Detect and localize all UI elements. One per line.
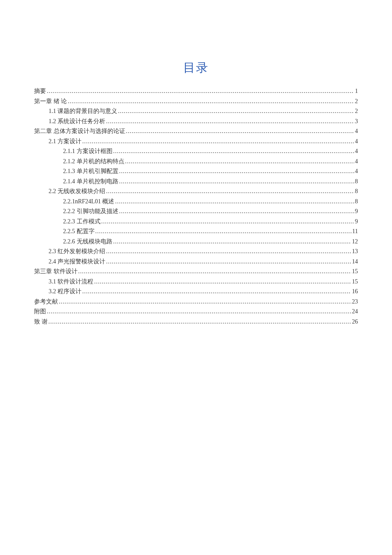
toc-leader-dots xyxy=(101,217,355,227)
toc-page-number: 24 xyxy=(352,306,358,317)
toc-label: 致 谢 xyxy=(34,317,48,327)
toc-leader-dots xyxy=(49,317,352,327)
toc-label: 第一章 绪 论 xyxy=(34,96,67,107)
toc-label: 2.3 红外发射模块介绍 xyxy=(49,246,105,257)
toc-page-number: 2 xyxy=(355,96,358,107)
toc-page-number: 4 xyxy=(355,126,358,136)
toc-entry: 1.1 课题的背景目的与意义2 xyxy=(34,106,358,116)
toc-leader-dots xyxy=(106,246,351,257)
toc-page-number: 11 xyxy=(352,226,358,237)
toc-label: 2.1 方案设计 xyxy=(49,136,81,147)
toc-page-number: 4 xyxy=(355,166,358,176)
toc-leader-dots xyxy=(119,176,355,187)
toc-entry: 附图24 xyxy=(34,306,358,317)
toc-entry: 1.2 系统设计任务分析3 xyxy=(34,116,358,127)
toc-leader-dots xyxy=(82,286,351,297)
toc-leader-dots xyxy=(106,116,354,127)
toc-label: 2.1.1 方案设计框图 xyxy=(63,146,112,156)
toc-label: 2.2.6 无线模块电路 xyxy=(63,237,112,247)
toc-page-number: 4 xyxy=(355,156,358,167)
toc-entry: 2.2.1nRF24L01 概述8 xyxy=(34,197,358,207)
toc-page-number: 14 xyxy=(352,257,358,267)
toc-label: 摘要 xyxy=(34,86,46,96)
toc-page-number: 3 xyxy=(355,116,358,127)
toc-entry: 2.2.5 配置字11 xyxy=(34,226,358,237)
toc-leader-dots xyxy=(106,186,354,197)
toc-leader-dots xyxy=(113,146,355,156)
toc-entry: 2.1.2 单片机的结构特点4 xyxy=(34,156,358,167)
table-of-contents: 摘要1第一章 绪 论21.1 课题的背景目的与意义21.2 系统设计任务分析3第… xyxy=(34,86,358,327)
toc-page-number: 9 xyxy=(355,217,358,227)
toc-label: 参考文献 xyxy=(34,297,58,307)
toc-entry: 2.4 声光报警模块设计14 xyxy=(34,257,358,267)
page-title: 目录 xyxy=(34,60,358,76)
toc-page-number: 15 xyxy=(352,277,358,287)
toc-page-number: 8 xyxy=(355,176,358,187)
toc-leader-dots xyxy=(119,166,355,176)
toc-page-number: 1 xyxy=(355,86,358,96)
toc-leader-dots xyxy=(95,226,352,237)
toc-page-number: 2 xyxy=(355,106,358,116)
toc-leader-dots xyxy=(106,257,351,267)
toc-entry: 2.1 方案设计4 xyxy=(34,136,358,147)
toc-page-number: 23 xyxy=(352,297,358,307)
toc-label: 3.2 程序设计 xyxy=(49,286,81,297)
toc-entry: 2.3 红外发射模块介绍13 xyxy=(34,246,358,257)
toc-label: 2.1.2 单片机的结构特点 xyxy=(63,156,124,167)
toc-leader-dots xyxy=(119,206,355,217)
toc-page-number: 13 xyxy=(352,246,358,257)
toc-label: 2.1.4 单片机控制电路 xyxy=(63,176,118,187)
toc-leader-dots xyxy=(126,126,355,136)
toc-leader-dots xyxy=(113,237,352,247)
toc-entry: 第三章 软件设计15 xyxy=(34,266,358,277)
toc-entry: 致 谢26 xyxy=(34,317,358,327)
toc-page-number: 9 xyxy=(355,206,358,217)
toc-leader-dots xyxy=(82,136,354,147)
toc-page-number: 4 xyxy=(355,146,358,156)
toc-leader-dots xyxy=(78,266,352,277)
toc-label: 2.2.3 工作模式 xyxy=(63,217,101,227)
toc-entry: 第一章 绪 论2 xyxy=(34,96,358,107)
toc-label: 2.4 声光报警模块设计 xyxy=(49,257,105,267)
toc-page-number: 15 xyxy=(352,266,358,277)
toc-leader-dots xyxy=(59,297,351,307)
toc-label: 2.2.2 引脚功能及描述 xyxy=(63,206,118,217)
toc-leader-dots xyxy=(94,277,351,287)
toc-page-number: 4 xyxy=(355,136,358,147)
toc-entry: 2.1.4 单片机控制电路8 xyxy=(34,176,358,187)
toc-label: 第二章 总体方案设计与选择的论证 xyxy=(34,126,125,136)
toc-entry: 2.2.2 引脚功能及描述9 xyxy=(34,206,358,217)
toc-entry: 2.2.6 无线模块电路12 xyxy=(34,237,358,247)
toc-page-number: 8 xyxy=(355,197,358,207)
toc-page-number: 16 xyxy=(352,286,358,297)
toc-label: 2.2.5 配置字 xyxy=(63,226,95,237)
toc-label: 2.2 无线收发模块介绍 xyxy=(49,186,105,197)
toc-entry: 3.2 程序设计16 xyxy=(34,286,358,297)
toc-leader-dots xyxy=(115,197,354,207)
toc-entry: 参考文献23 xyxy=(34,297,358,307)
toc-entry: 3.1 软件设计流程15 xyxy=(34,277,358,287)
toc-page-number: 12 xyxy=(352,237,358,247)
toc-leader-dots xyxy=(47,306,351,317)
toc-label: 附图 xyxy=(34,306,46,317)
toc-leader-dots xyxy=(68,96,354,107)
toc-entry: 2.1.3 单片机引脚配置4 xyxy=(34,166,358,176)
toc-leader-dots xyxy=(47,86,354,96)
toc-label: 第三章 软件设计 xyxy=(34,266,78,277)
toc-entry: 2.2 无线收发模块介绍8 xyxy=(34,186,358,197)
toc-label: 2.2.1nRF24L01 概述 xyxy=(63,197,114,207)
toc-leader-dots xyxy=(118,106,354,116)
toc-page-number: 8 xyxy=(355,186,358,197)
toc-label: 1.2 系统设计任务分析 xyxy=(49,116,105,127)
toc-leader-dots xyxy=(125,156,355,167)
toc-page-number: 26 xyxy=(352,317,358,327)
toc-label: 3.1 软件设计流程 xyxy=(49,277,93,287)
toc-entry: 摘要1 xyxy=(34,86,358,96)
toc-label: 1.1 课题的背景目的与意义 xyxy=(49,106,117,116)
toc-entry: 第二章 总体方案设计与选择的论证4 xyxy=(34,126,358,136)
toc-entry: 2.1.1 方案设计框图4 xyxy=(34,146,358,156)
toc-entry: 2.2.3 工作模式9 xyxy=(34,217,358,227)
toc-label: 2.1.3 单片机引脚配置 xyxy=(63,166,118,176)
